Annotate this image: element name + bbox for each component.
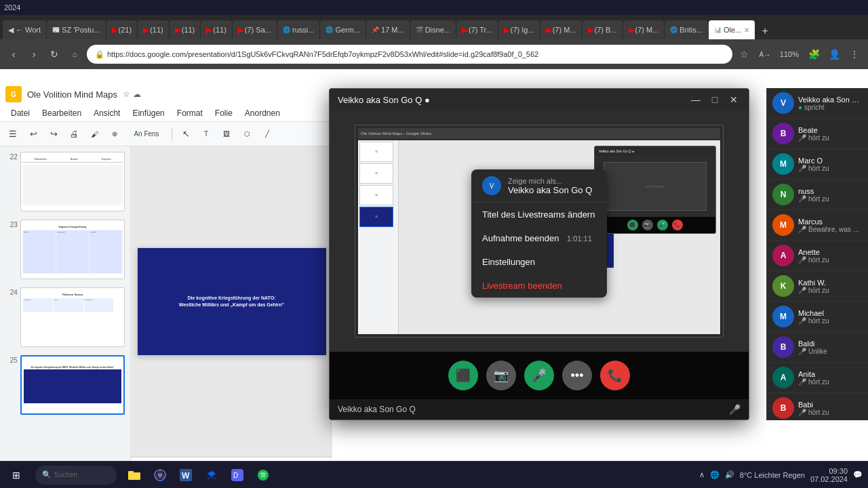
toolbar-print[interactable]: 🖨: [65, 125, 83, 143]
toolbar-line[interactable]: ╱: [258, 125, 276, 143]
menu-einfuegen[interactable]: Einfügen: [127, 106, 170, 120]
taskbar-search[interactable]: 🔍 Suchen: [35, 466, 117, 485]
toolbar-zoom[interactable]: ⊕: [106, 125, 123, 143]
tab-word[interactable]: ◀ ← Wort: [3, 20, 46, 39]
slide-thumb-25[interactable]: 25 Die kognitive Kriegsführung der NATO:…: [3, 352, 127, 418]
toolbar-textbox[interactable]: T: [197, 125, 215, 143]
menu-folie[interactable]: Folie: [210, 106, 238, 120]
translate-icon[interactable]: A→: [757, 46, 773, 62]
taskbar-word[interactable]: W: [174, 463, 198, 487]
taskbar-spotify[interactable]: [251, 463, 275, 487]
tab-sa[interactable]: ▶ (7) Sa...: [233, 20, 277, 39]
tray-network[interactable]: 🌐: [710, 470, 719, 479]
tab-yt4[interactable]: ▶ (11): [201, 20, 232, 39]
start-button[interactable]: ⊞: [0, 462, 33, 489]
hangup-button[interactable]: 📞: [600, 361, 630, 390]
taskbar-file-explorer[interactable]: [122, 463, 146, 487]
slide-thumb-23[interactable]: 23 Kognitive Kriegsführung Leider Finanz…: [3, 217, 127, 282]
back-button[interactable]: ‹: [5, 46, 22, 62]
home-button[interactable]: ⌂: [66, 46, 83, 62]
tab-yt-m1[interactable]: ▶ (7) M...: [540, 20, 582, 39]
participant-status: 🎤hört zu: [798, 195, 863, 203]
menu-format[interactable]: Format: [172, 106, 208, 120]
tab-brit[interactable]: 🌐 Britis...: [665, 20, 708, 39]
tab-ole-active[interactable]: 📊 Ole... ✕: [709, 20, 755, 39]
google-slides-app: G Ole Volition Mind Maps ☆ ☁ Datei Bearb…: [0, 84, 332, 488]
participant-avatar: B: [772, 123, 794, 144]
tab-sz[interactable]: 📰 SZ 'Postu...: [47, 20, 106, 39]
bookmark-icon[interactable]: ☆: [736, 46, 753, 62]
maximize-button[interactable]: □: [708, 93, 722, 106]
svg-text:W: W: [182, 471, 190, 481]
tab-yt2[interactable]: ▶ (11): [138, 20, 169, 39]
close-video-button[interactable]: ✕: [727, 93, 741, 106]
minimize-button[interactable]: —: [689, 93, 703, 106]
ctx-stop-recording[interactable]: Aufnahme beenden 1:01:11: [471, 226, 607, 250]
toolbar-undo[interactable]: ↩: [24, 125, 42, 143]
zoom-level: 110%: [780, 50, 799, 58]
menu-anordnen[interactable]: Anordnen: [239, 106, 285, 120]
reload-button[interactable]: ↻: [46, 46, 62, 62]
tab-yt-m2[interactable]: ▶ (7) M...: [623, 20, 665, 39]
ctx-show-as[interactable]: V Zeige mich als... Veikko aka Son Go Q: [471, 169, 607, 203]
menu-bearbeiten[interactable]: Bearbeiten: [37, 106, 87, 120]
tab-yt-b[interactable]: ▶ (7) B...: [583, 20, 623, 39]
menu-icon[interactable]: ⋮: [846, 46, 863, 62]
video-header-buttons: — □ ✕: [689, 93, 741, 106]
camera-button[interactable]: 📷: [486, 361, 516, 390]
tab-17m[interactable]: 📌 17 M...: [366, 20, 410, 39]
participant-item: Nnuss🎤hört zu: [767, 180, 868, 210]
tab-yt3[interactable]: ▶ (11): [170, 20, 201, 39]
participant-name: Anette: [798, 248, 863, 256]
taskbar-chrome[interactable]: [148, 463, 172, 487]
toolbar-redo[interactable]: ↪: [45, 125, 62, 143]
toolbar-zoom-label[interactable]: An Fens: [126, 125, 167, 143]
tray-volume[interactable]: 🔊: [725, 470, 734, 479]
toolbar-paintformat[interactable]: 🖌: [85, 125, 103, 143]
toolbar-cursor[interactable]: ↖: [177, 125, 195, 143]
tab-yt-tr[interactable]: ▶ (7) Tr...: [456, 20, 498, 39]
participant-info: Michael🎤hört zu: [798, 309, 863, 325]
address-bar[interactable]: 🔒 https://docs.google.com/presentation/d…: [87, 45, 732, 64]
participant-name: Marcus: [798, 218, 863, 226]
tab-yt1[interactable]: ▶ (21): [106, 20, 138, 39]
system-clock[interactable]: 09:30 07.02.2024: [810, 467, 848, 483]
more-options-button[interactable]: •••: [562, 361, 592, 390]
toolbar-shapes[interactable]: ⬡: [238, 125, 256, 143]
system-tray: ∧ 🌐 🔊 8°C Leichter Regen 09:30 07.02.202…: [694, 467, 868, 483]
slides-toolbar: ☰ ↩ ↪ 🖨 🖌 ⊕ An Fens ↖ T 🖼 ⬡ ╱: [0, 122, 332, 146]
menu-ansicht[interactable]: Ansicht: [88, 106, 125, 120]
forward-button[interactable]: ›: [26, 46, 42, 62]
new-tab-button[interactable]: +: [757, 23, 773, 39]
participant-status: 🎤hört zu: [798, 165, 863, 172]
tab-germ[interactable]: 🌐 Germ...: [320, 20, 366, 39]
toolbar-image[interactable]: 🖼: [218, 125, 235, 143]
tab-disney[interactable]: 🎬 Disne...: [410, 20, 456, 39]
profile-icon[interactable]: 👤: [826, 46, 842, 62]
slide-thumb-24[interactable]: 24 Pulheimer Society KATFISH KSS PSYHOPS: [3, 285, 127, 350]
notifications-button[interactable]: 💬: [853, 470, 863, 479]
mic-button[interactable]: 🎤: [524, 361, 554, 390]
participant-status: 🎤hört zu: [798, 409, 863, 416]
taskbar-discord[interactable]: D: [225, 463, 250, 487]
toolbar-menu-icon[interactable]: ☰: [4, 125, 22, 143]
participant-info: Veikko aka Son Go Q●spricht: [798, 96, 863, 111]
participant-info: Beate🎤hört zu: [798, 126, 863, 142]
tray-arrow[interactable]: ∧: [699, 470, 705, 479]
extensions-icon[interactable]: 🧩: [806, 46, 822, 62]
ctx-end-livestream[interactable]: Livestream beenden: [471, 274, 607, 298]
star-icon[interactable]: ☆: [123, 89, 130, 99]
participant-status: 🎤hört zu: [798, 317, 863, 325]
screen-share-button[interactable]: ⬛: [448, 361, 478, 390]
tab-close-icon[interactable]: ✕: [744, 26, 749, 34]
participant-name: Veikko aka Son Go Q: [798, 96, 863, 104]
slide-canvas: Die kognitive Kriegsführung der NATO:Wes…: [137, 247, 327, 356]
tab-russi[interactable]: 🌐 russi...: [277, 20, 319, 39]
participant-status: 🎤hört zu: [798, 134, 863, 142]
ctx-settings[interactable]: Einstellungen: [471, 250, 607, 274]
taskbar-dropbox[interactable]: [199, 463, 224, 487]
tab-yt-ig[interactable]: ▶ (7) Ig...: [498, 20, 540, 39]
slide-thumb-22[interactable]: 22 GlobaluthenBeraterExperten: [3, 149, 127, 214]
ctx-change-title[interactable]: Titel des Livestreams ändern: [471, 203, 607, 226]
menu-datei[interactable]: Datei: [5, 106, 35, 120]
